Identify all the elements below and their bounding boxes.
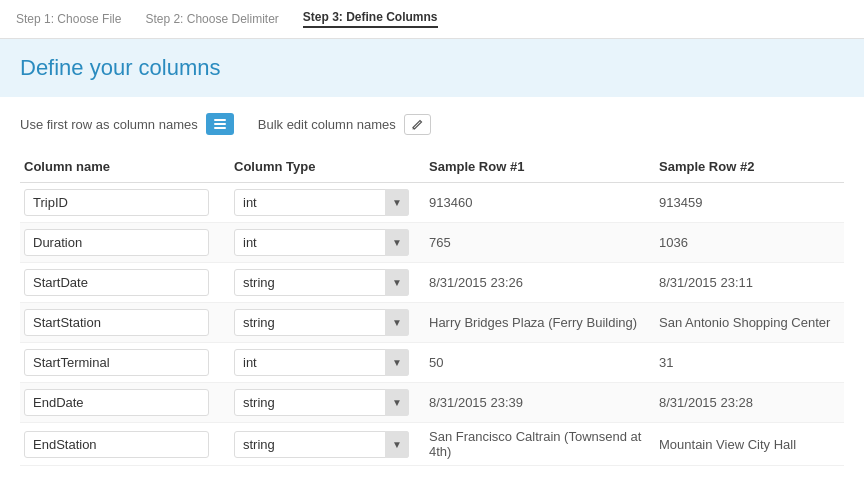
- table-row: intstringfloatbooleandate▼8/31/2015 23:2…: [20, 263, 844, 303]
- col-name-input[interactable]: [24, 389, 209, 416]
- columns-table: Column name Column Type Sample Row #1 Sa…: [20, 151, 844, 466]
- first-row-option: Use first row as column names: [20, 113, 234, 135]
- wizard-step-2[interactable]: Step 2: Choose Delimiter: [145, 12, 278, 26]
- sample-row-2-cell: Mountain View City Hall: [655, 423, 844, 466]
- col-name-input[interactable]: [24, 431, 209, 458]
- sample-row-1-cell: 765: [425, 223, 655, 263]
- svg-rect-1: [214, 123, 226, 125]
- col-name-input[interactable]: [24, 229, 209, 256]
- col-type-select[interactable]: intstringfloatbooleandate: [234, 309, 409, 336]
- table-row: intstringfloatbooleandate▼5031: [20, 343, 844, 383]
- col-type-select[interactable]: intstringfloatbooleandate: [234, 431, 409, 458]
- sample-row-2-cell: 8/31/2015 23:11: [655, 263, 844, 303]
- col-type-select[interactable]: intstringfloatbooleandate: [234, 389, 409, 416]
- sample-row-1-cell: 913460: [425, 183, 655, 223]
- col-name-cell: [20, 343, 230, 383]
- col-name-input[interactable]: [24, 309, 209, 336]
- col-name-input[interactable]: [24, 189, 209, 216]
- col-type-select[interactable]: intstringfloatbooleandate: [234, 269, 409, 296]
- table-header-row: Column name Column Type Sample Row #1 Sa…: [20, 151, 844, 183]
- first-row-button[interactable]: [206, 113, 234, 135]
- page-title: Define your columns: [20, 55, 844, 81]
- col-name-cell: [20, 423, 230, 466]
- svg-rect-2: [214, 127, 226, 129]
- col-name-cell: [20, 223, 230, 263]
- svg-rect-0: [214, 119, 226, 121]
- col-header-sample1: Sample Row #1: [425, 151, 655, 183]
- wizard-steps: Step 1: Choose File Step 2: Choose Delim…: [0, 0, 864, 39]
- col-type-select[interactable]: intstringfloatbooleandate: [234, 349, 409, 376]
- list-icon: [213, 117, 227, 131]
- page-header: Define your columns: [0, 39, 864, 97]
- options-row: Use first row as column names Bulk edit …: [20, 113, 844, 135]
- wizard-step-3[interactable]: Step 3: Define Columns: [303, 10, 438, 28]
- first-row-label: Use first row as column names: [20, 117, 198, 132]
- col-type-select[interactable]: intstringfloatbooleandate: [234, 229, 409, 256]
- sample-row-2-cell: 913459: [655, 183, 844, 223]
- col-name-input[interactable]: [24, 349, 209, 376]
- col-name-cell: [20, 383, 230, 423]
- col-type-cell: intstringfloatbooleandate▼: [230, 303, 425, 343]
- table-row: intstringfloatbooleandate▼7651036: [20, 223, 844, 263]
- table-row: intstringfloatbooleandate▼San Francisco …: [20, 423, 844, 466]
- sample-row-2-cell: 31: [655, 343, 844, 383]
- edit-icon: [411, 118, 424, 131]
- sample-row-2-cell: 1036: [655, 223, 844, 263]
- sample-row-1-cell: 50: [425, 343, 655, 383]
- col-header-name: Column name: [20, 151, 230, 183]
- wizard-step-1[interactable]: Step 1: Choose File: [16, 12, 121, 26]
- bulk-edit-label: Bulk edit column names: [258, 117, 396, 132]
- col-type-cell: intstringfloatbooleandate▼: [230, 423, 425, 466]
- col-type-cell: intstringfloatbooleandate▼: [230, 343, 425, 383]
- col-type-cell: intstringfloatbooleandate▼: [230, 263, 425, 303]
- col-name-cell: [20, 263, 230, 303]
- sample-row-1-cell: Harry Bridges Plaza (Ferry Building): [425, 303, 655, 343]
- table-row: intstringfloatbooleandate▼913460913459: [20, 183, 844, 223]
- bulk-edit-button[interactable]: [404, 114, 431, 135]
- bulk-edit-option: Bulk edit column names: [258, 114, 431, 135]
- sample-row-1-cell: San Francisco Caltrain (Townsend at 4th): [425, 423, 655, 466]
- col-type-cell: intstringfloatbooleandate▼: [230, 383, 425, 423]
- col-type-select[interactable]: intstringfloatbooleandate: [234, 189, 409, 216]
- table-row: intstringfloatbooleandate▼8/31/2015 23:3…: [20, 383, 844, 423]
- main-content: Use first row as column names Bulk edit …: [0, 97, 864, 482]
- sample-row-2-cell: San Antonio Shopping Center: [655, 303, 844, 343]
- col-header-type: Column Type: [230, 151, 425, 183]
- sample-row-2-cell: 8/31/2015 23:28: [655, 383, 844, 423]
- table-row: intstringfloatbooleandate▼Harry Bridges …: [20, 303, 844, 343]
- col-name-cell: [20, 303, 230, 343]
- col-type-cell: intstringfloatbooleandate▼: [230, 223, 425, 263]
- sample-row-1-cell: 8/31/2015 23:39: [425, 383, 655, 423]
- col-type-cell: intstringfloatbooleandate▼: [230, 183, 425, 223]
- col-name-cell: [20, 183, 230, 223]
- col-header-sample2: Sample Row #2: [655, 151, 844, 183]
- col-name-input[interactable]: [24, 269, 209, 296]
- sample-row-1-cell: 8/31/2015 23:26: [425, 263, 655, 303]
